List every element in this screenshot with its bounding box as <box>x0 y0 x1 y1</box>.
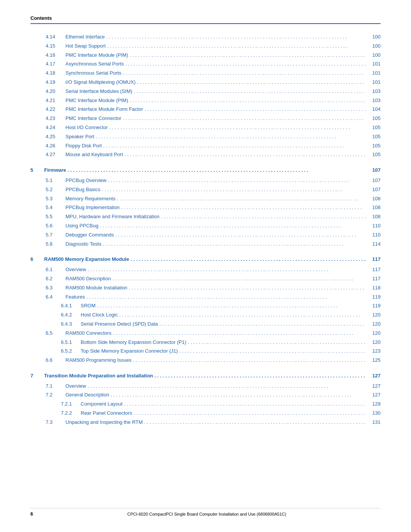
footer-title: CPCI-6020 CompactPCI Single Board Comput… <box>33 512 381 516</box>
toc-title: Top Side Memory Expansion Connector (J1) <box>81 347 178 355</box>
toc-page: 105 <box>365 151 381 159</box>
toc-dots: . . . . . . . . . . . . . . . . . . . . … <box>121 115 365 123</box>
footer-page-num: 6 <box>30 511 33 517</box>
toc-page: 103 <box>365 97 381 105</box>
toc-page: 127 <box>365 382 381 390</box>
toc-title: PPCBug Basics <box>65 186 100 194</box>
toc-num: 4.18 <box>46 69 65 77</box>
toc-title: RAM500 Programming Issues <box>65 356 131 364</box>
toc-title: Overview <box>65 266 86 274</box>
toc-title: Hot Swap Support <box>65 42 106 50</box>
toc-entry: 4.19I/O Signal Multiplexing (IOMUX) . . … <box>30 78 381 86</box>
toc-page: 131 <box>365 419 381 427</box>
toc-num: 5.6 <box>46 222 65 230</box>
toc-entry: 6.5RAM500 Connectors . . . . . . . . . .… <box>30 329 381 337</box>
toc-title: Serial Presence Detect (SPD) Data <box>81 320 158 328</box>
toc-title: Using PPCBug <box>65 222 99 230</box>
toc-dots: . . . . . . . . . . . . . . . . . . . . … <box>128 51 365 59</box>
toc-dots: . . . . . . . . . . . . . . . . . . . . … <box>105 33 365 41</box>
toc-dots: . . . . . . . . . . . . . . . . . . . . … <box>121 69 365 77</box>
toc-page: 105 <box>365 124 381 132</box>
toc-title: MPU, Hardware and Firmware Initializatio… <box>65 213 159 221</box>
toc-entry: 7.2.1Component Layout . . . . . . . . . … <box>30 400 381 408</box>
toc-entry: 5.3Memory Requirements . . . . . . . . .… <box>30 195 381 203</box>
toc-page: 110 <box>365 231 381 239</box>
toc-entry: 6.3RAM500 Module Installation . . . . . … <box>30 284 381 292</box>
toc-dots: . . . . . . . . . . . . . . . . . . . . … <box>178 347 365 355</box>
chapter-title: Firmware <box>44 166 66 174</box>
chapter-num: 5 <box>30 166 44 174</box>
toc-entry: 6.5.2Top Side Memory Expansion Connector… <box>30 347 381 355</box>
toc-entry: 5.7Debugger Commands . . . . . . . . . .… <box>30 231 381 239</box>
toc-title: Serial Interface Modules (SIM) <box>65 88 132 96</box>
toc-page: 117 <box>365 266 381 274</box>
toc-num: 5.7 <box>46 231 65 239</box>
toc-dots: . . . . . . . . . . . . . . . . . . . . … <box>143 419 365 427</box>
toc-dots: . . . . . . . . . . . . . . . . . . . . … <box>127 284 365 292</box>
toc-dots: . . . . . . . . . . . . . . . . . . . . … <box>124 60 365 68</box>
toc-entry: 4.16PMC Interface Module (PIM) . . . . .… <box>30 51 381 59</box>
toc-title: Asynchronous Serial Ports <box>65 60 124 68</box>
toc-dots: . . . . . . . . . . . . . . . . . . . . … <box>99 222 365 230</box>
toc-dots: . . . . . . . . . . . . . . . . . . . . … <box>131 356 365 364</box>
toc-page: 110 <box>365 222 381 230</box>
toc-title: General Description <box>65 391 109 399</box>
toc-page: 101 <box>365 69 381 77</box>
toc-entry: 5.5MPU, Hardware and Firmware Initializa… <box>30 213 381 221</box>
toc-dots: . . . . . . . . . . . . . . . . . . . . … <box>106 42 365 50</box>
toc-page: 114 <box>365 240 381 248</box>
toc-entry: 6.5.1Bottom Side Memory Expansion Connec… <box>30 339 381 347</box>
toc-page: 129 <box>365 400 381 408</box>
toc-page: 101 <box>365 78 381 86</box>
toc-num: 5.8 <box>46 240 65 248</box>
toc-title: RAM500 Description <box>65 275 111 283</box>
toc-num: 5.2 <box>46 186 65 194</box>
chapter-title: Transition Module Preparation and Instal… <box>44 372 153 380</box>
toc-page: 119 <box>365 293 381 301</box>
chapter-dots: . . . . . . . . . . . . . . . . . . . . … <box>129 256 365 264</box>
header-title: Contents <box>30 15 52 21</box>
toc-dots: . . . . . . . . . . . . . . . . . . . . … <box>85 293 365 301</box>
toc-page: 108 <box>365 213 381 221</box>
toc-dots: . . . . . . . . . . . . . . . . . . . . … <box>119 204 365 212</box>
toc-entry: 5.6Using PPCBug . . . . . . . . . . . . … <box>30 222 381 230</box>
toc-num: 6.1 <box>46 266 65 274</box>
toc-num: 4.25 <box>46 133 65 141</box>
toc-title: PMC Interface Module (PIM) <box>65 51 128 59</box>
toc-entry: 7.3Unpacking and Inspecting the RTM . . … <box>30 419 381 427</box>
toc-entry: 4.18Synchronous Serial Ports . . . . . .… <box>30 69 381 77</box>
toc-num: 7.2.1 <box>61 400 81 408</box>
toc-container: 4.14Ethernet Interface . . . . . . . . .… <box>30 33 381 427</box>
chapter-dots: . . . . . . . . . . . . . . . . . . . . … <box>153 372 365 380</box>
toc-title: Overview <box>65 382 86 390</box>
toc-page: 120 <box>365 339 381 347</box>
toc-entry: 6.4Features . . . . . . . . . . . . . . … <box>30 293 381 301</box>
toc-title: PPCBug Overview <box>65 177 107 185</box>
toc-dots: . . . . . . . . . . . . . . . . . . . . … <box>86 382 365 390</box>
toc-dots: . . . . . . . . . . . . . . . . . . . . … <box>114 231 365 239</box>
chapter-header: 6RAM500 Memory Expansion Module . . . . … <box>30 256 381 264</box>
toc-title: PMC Interface Module Form Factor <box>65 105 143 113</box>
toc-num: 6.4.1 <box>61 302 81 310</box>
toc-title: SROM <box>81 302 96 310</box>
toc-num: 4.27 <box>46 151 65 159</box>
toc-dots: . . . . . . . . . . . . . . . . . . . . … <box>158 320 365 328</box>
page: Contents 4.14Ethernet Interface . . . . … <box>0 0 411 532</box>
toc-page: 117 <box>365 275 381 283</box>
toc-num: 4.19 <box>46 78 65 86</box>
toc-num: 5.4 <box>46 204 65 212</box>
toc-num: 6.4.2 <box>61 311 81 319</box>
toc-entry: 4.27Mouse and Keyboard Port . . . . . . … <box>30 151 381 159</box>
toc-title: PMC Interface Connector <box>65 115 121 123</box>
toc-num: 4.17 <box>46 60 65 68</box>
chapter-page: 117 <box>365 256 381 264</box>
chapter-header: 5Firmware . . . . . . . . . . . . . . . … <box>30 166 381 174</box>
toc-page: 107 <box>365 186 381 194</box>
toc-dots: . . . . . . . . . . . . . . . . . . . . … <box>86 266 365 274</box>
toc-page: 120 <box>365 320 381 328</box>
toc-entry: 4.21PMC Interface Module (PIM) . . . . .… <box>30 97 381 105</box>
toc-title: PMC Interface Module (PIM) <box>65 97 128 105</box>
toc-dots: . . . . . . . . . . . . . . . . . . . . … <box>100 186 365 194</box>
toc-num: 6.5 <box>46 329 65 337</box>
toc-title: Diagnostic Tests <box>65 240 101 248</box>
